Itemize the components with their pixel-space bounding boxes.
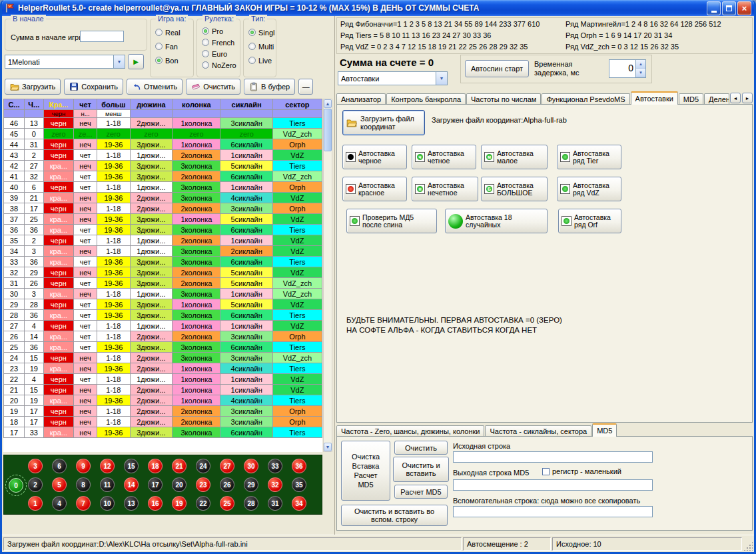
tab-6[interactable]: Делени <box>704 93 729 105</box>
board-number-4[interactable]: 4 <box>52 496 67 511</box>
clear-button[interactable]: Очистить <box>186 79 240 95</box>
bet-button-2[interactable]: мАвтоставка малое <box>481 145 548 169</box>
board-number-16[interactable]: 16 <box>148 496 163 511</box>
md5-calc-button[interactable]: Расчет MD5 <box>394 485 448 499</box>
tab-5[interactable]: MD5 <box>679 93 703 105</box>
board-number-12[interactable]: 12 <box>100 459 115 473</box>
bet-button-8[interactable]: Проверить МД5 после спина <box>346 209 437 233</box>
spinner-down-icon[interactable]: ▼ <box>636 69 645 77</box>
radio-game-fan[interactable]: Fan <box>155 41 193 51</box>
register-checkbox[interactable]: регистр - маленький <box>542 467 621 475</box>
table-row[interactable]: 2319кра...неч19-362дюжи...1колонка4сикла… <box>4 363 322 374</box>
aux-clear-paste-button[interactable]: Очистить и вставить во вспом. строку <box>341 505 448 526</box>
board-number-7[interactable]: 7 <box>76 496 91 511</box>
minimize-button[interactable] <box>707 1 721 15</box>
bottom-tab-0[interactable]: Частота - Zero, шансы, дюжины, колонки <box>336 425 484 437</box>
board-number-11[interactable]: 11 <box>100 477 115 492</box>
output-string-input[interactable] <box>453 479 653 491</box>
md5-stack-button[interactable]: Очистка Вставка Расчет MD5 <box>341 441 390 501</box>
bet-button-10[interactable]: Автоставка ряд Orf <box>558 209 621 233</box>
scroll-thumb[interactable] <box>324 109 332 151</box>
table-row[interactable]: 4431черннеч19-363дюжи...1колонка6сиклайн… <box>4 139 322 150</box>
board-number-18[interactable]: 18 <box>148 459 163 473</box>
table-row[interactable]: 2019кра...неч19-362дюжи...1колонка4сикла… <box>4 395 322 406</box>
chevron-down-icon[interactable]: ▼ <box>113 55 125 68</box>
table-row[interactable]: 2614кра...чет1-182дюжи...2колонка3сиклай… <box>4 331 322 342</box>
board-number-30[interactable]: 30 <box>244 459 258 473</box>
table-row[interactable]: 406чернчет1-181дюжи...3колонка1сиклайнOr… <box>4 182 322 193</box>
board-number-31[interactable]: 31 <box>268 496 282 511</box>
tab-4[interactable]: Автоставки <box>631 91 678 105</box>
bet-button-4[interactable]: Автоставка красное <box>342 177 407 201</box>
board-number-5[interactable]: 5 <box>52 477 67 492</box>
tab-scroll-left-icon[interactable]: ◄ <box>730 93 741 103</box>
table-row[interactable]: 3636кра...чет19-363дюжи...3колонка6сикла… <box>4 225 322 235</box>
start-sum-input[interactable] <box>80 31 124 42</box>
table-row[interactable]: 3336кра...чет19-363дюжи...3колонка6сикла… <box>4 257 322 267</box>
save-button[interactable]: Сохранить <box>64 79 123 95</box>
radio-roulette-french[interactable]: French <box>202 37 240 47</box>
board-number-21[interactable]: 21 <box>172 459 187 473</box>
titlebar[interactable]: HelperRoullet 5.0- create helperroullet@… <box>2 0 754 16</box>
resize-grip[interactable] <box>743 541 753 551</box>
board-number-15[interactable]: 15 <box>124 459 139 473</box>
board-number-10[interactable]: 10 <box>100 496 115 511</box>
table-row[interactable]: 2415черннеч1-182дюжи...3колонка3сиклайнV… <box>4 353 322 363</box>
bet-button-3[interactable]: Автоставка ряд Tier <box>557 145 621 169</box>
radio-type-live[interactable]: Live <box>248 55 276 65</box>
radio-game-real[interactable]: Real <box>155 27 193 37</box>
board-number-2[interactable]: 2 <box>28 477 43 492</box>
board-number-17[interactable]: 17 <box>148 477 163 492</box>
bet-button-1[interactable]: чАвтоставка четное <box>412 145 476 169</box>
delay-spinner[interactable]: 0 ▲ ▼ <box>609 59 646 78</box>
tab-2[interactable]: Частоты по числам <box>466 93 541 105</box>
bet-button-0[interactable]: Автоставка черное <box>342 145 407 169</box>
tab-0[interactable]: Анализатор <box>336 93 386 105</box>
play-button[interactable]: ▶ <box>128 54 144 69</box>
source-string-input[interactable] <box>453 451 653 463</box>
table-row[interactable]: 2836кра...чет19-363дюжи...3колонка6сикла… <box>4 310 322 321</box>
board-number-8[interactable]: 8 <box>76 477 91 492</box>
scroll-down-icon[interactable]: ▼ <box>324 443 332 451</box>
undo-button[interactable]: Отменить <box>127 79 183 95</box>
board-number-1[interactable]: 1 <box>28 496 43 511</box>
md5-clear-button[interactable]: Очистить <box>394 441 448 455</box>
collapse-button[interactable]: — <box>298 79 313 95</box>
table-row[interactable]: 2928чернчет19-363дюжи...1колонка5сиклайн… <box>4 299 322 310</box>
board-number-36[interactable]: 36 <box>292 459 306 473</box>
table-row[interactable]: 3126чернчет19-363дюжи...2колонка5сиклайн… <box>4 278 322 289</box>
table-row[interactable]: 3817черннеч1-182дюжи...2колонка3сиклайнO… <box>4 203 322 214</box>
board-number-29[interactable]: 29 <box>244 477 258 492</box>
board-number-9[interactable]: 9 <box>76 459 91 473</box>
table-row[interactable]: 4613черннеч1-182дюжи...1колонка3сиклайнT… <box>4 118 322 129</box>
radio-type-multi[interactable]: Multi <box>248 41 276 51</box>
table-row[interactable]: 432чернчет1-181дюжи...2колонка1сиклайнVd… <box>4 150 322 161</box>
bet-button-6[interactable]: БАвтоставка БОЛЬШОЕ <box>481 177 548 201</box>
board-number-6[interactable]: 6 <box>52 459 67 473</box>
board-number-26[interactable]: 26 <box>220 477 234 492</box>
board-number-3[interactable]: 3 <box>28 459 43 473</box>
autospin-start-button[interactable]: Автоспин старт <box>465 60 529 77</box>
board-number-14[interactable]: 14 <box>124 477 139 492</box>
table-row[interactable]: 1917черннеч1-182дюжи...2колонка3сиклайнO… <box>4 406 322 417</box>
load-button[interactable]: Загрузить <box>5 79 61 95</box>
board-number-34[interactable]: 34 <box>292 496 306 511</box>
table-row[interactable]: 3921кра...неч19-362дюжи...3колонка4сикла… <box>4 193 322 203</box>
radio-roulette-nozero[interactable]: NoZero <box>202 60 240 70</box>
board-number-22[interactable]: 22 <box>196 496 210 511</box>
table-row[interactable]: 1733кра...неч19-363дюжи...3колонка6сикла… <box>4 427 322 438</box>
close-button[interactable]: × <box>737 1 751 15</box>
table-row[interactable]: 4227кра...неч19-363дюжи...3колонка5сикла… <box>4 161 322 171</box>
board-number-20[interactable]: 20 <box>172 477 187 492</box>
autobets-combo[interactable]: Автоставки ▼ <box>338 71 448 85</box>
bet-button-9[interactable]: Автоставка 18 случайных <box>445 209 548 233</box>
board-number-23[interactable]: 23 <box>196 477 210 492</box>
board-number-25[interactable]: 25 <box>220 496 234 511</box>
table-row[interactable]: 3229черннеч19-363дюжи...2колонка5сиклайн… <box>4 267 322 278</box>
board-number-35[interactable]: 35 <box>292 477 306 492</box>
aux-string-input[interactable] <box>453 506 653 517</box>
table-row[interactable]: 2536кра...чет19-363дюжи...3колонка6сикла… <box>4 342 322 353</box>
radio-type-singl[interactable]: Singl <box>248 27 276 37</box>
bet-button-7[interactable]: Автоставка ряд VdZ <box>557 177 621 201</box>
table-row[interactable]: 343кра...неч1-181дюжи...3колонка2сиклайн… <box>4 246 322 257</box>
